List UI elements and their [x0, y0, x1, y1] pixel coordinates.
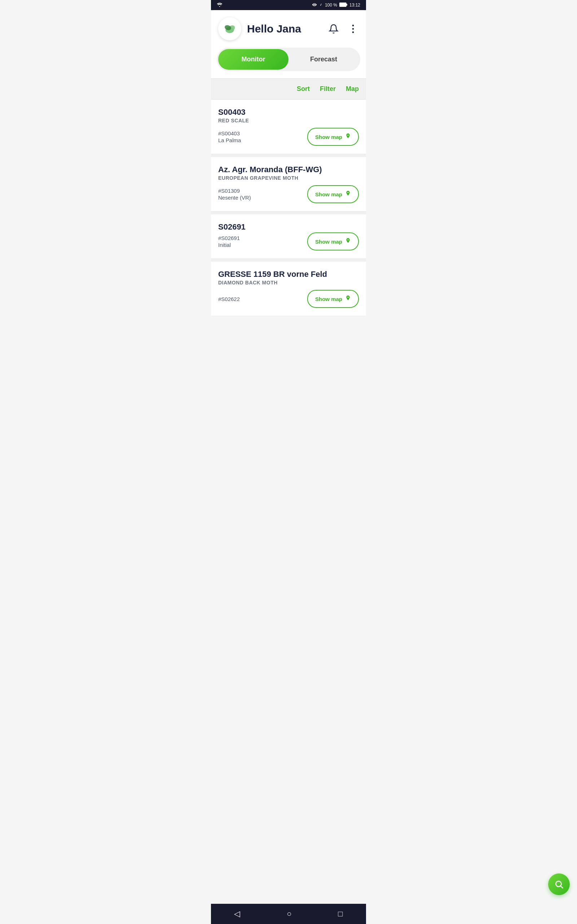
item-meta: #S01309 Nesente (VR): [218, 188, 251, 201]
list-item: GRESSE 1159 BR vorne Feld DIAMOND BACK M…: [211, 262, 366, 316]
item-location: Nesente (VR): [218, 195, 251, 201]
item-id: #S01309: [218, 188, 251, 194]
svg-rect-2: [346, 3, 347, 5]
app-logo: [218, 17, 241, 40]
item-name: Az. Agr. Moranda (BFF-WG): [218, 165, 359, 174]
item-location: La Palma: [218, 137, 241, 143]
map-pin-icon: [345, 133, 351, 141]
back-icon: ◁: [234, 909, 240, 919]
map-pin-icon: [345, 295, 351, 303]
show-map-button[interactable]: Show map: [307, 290, 359, 308]
recent-nav-button[interactable]: □: [329, 908, 351, 920]
item-footer: #S01309 Nesente (VR) Show map: [218, 185, 359, 203]
header: Hello Jana: [211, 10, 366, 48]
status-bar: 100 % 13:12: [211, 0, 366, 10]
map-pin-icon: [345, 190, 351, 198]
home-icon: ○: [287, 909, 292, 919]
item-type: RED SCALE: [218, 118, 359, 123]
item-meta: #S02691 Initial: [218, 235, 240, 248]
svg-point-7: [352, 28, 354, 30]
item-footer: #S02622 Show map: [218, 290, 359, 308]
sort-button[interactable]: Sort: [297, 84, 310, 94]
more-menu-button[interactable]: [347, 23, 359, 36]
item-footer: #S00403 La Palma Show map: [218, 128, 359, 146]
svg-point-6: [352, 24, 354, 26]
status-right: 100 % 13:12: [312, 2, 360, 8]
item-name: GRESSE 1159 BR vorne Feld: [218, 270, 359, 279]
show-map-label: Show map: [315, 134, 342, 140]
status-left: [217, 3, 222, 8]
item-id: #S00403: [218, 130, 241, 136]
item-name: S00403: [218, 108, 359, 117]
item-footer: #S02691 Initial Show map: [218, 233, 359, 250]
item-location: Initial: [218, 242, 240, 248]
battery-icon: [339, 3, 347, 8]
show-map-button[interactable]: Show map: [307, 233, 359, 250]
back-nav-button[interactable]: ◁: [226, 908, 249, 920]
map-pin-icon: [345, 237, 351, 246]
item-name: S02691: [218, 222, 359, 232]
show-map-button[interactable]: Show map: [307, 128, 359, 146]
list-item: Az. Agr. Moranda (BFF-WG) EUROPEAN GRAPE…: [211, 157, 366, 212]
svg-point-0: [219, 6, 220, 7]
item-separator: [211, 212, 366, 215]
notification-button[interactable]: [327, 23, 340, 36]
time: 13:12: [350, 3, 360, 8]
tab-container: Monitor Forecast: [211, 48, 366, 78]
item-meta: #S02622: [218, 296, 240, 302]
item-type: EUROPEAN GRAPEVINE MOTH: [218, 175, 359, 181]
map-button[interactable]: Map: [346, 84, 359, 94]
eye-icon: [312, 3, 317, 8]
filter-bar: Sort Filter Map: [211, 78, 366, 100]
bluetooth-icon: [319, 2, 323, 8]
tab-bar: Monitor Forecast: [217, 48, 360, 71]
recent-icon: □: [338, 909, 343, 919]
show-map-button[interactable]: Show map: [307, 185, 359, 203]
item-separator: [211, 259, 366, 262]
svg-point-8: [352, 31, 354, 33]
tab-monitor[interactable]: Monitor: [218, 49, 288, 69]
bottom-nav: ◁ ○ □: [211, 904, 366, 924]
header-actions: [327, 23, 359, 36]
list-item: S02691 #S02691 Initial Show map: [211, 215, 366, 259]
filter-button[interactable]: Filter: [320, 84, 336, 94]
show-map-label: Show map: [315, 296, 342, 302]
battery-text: 100 %: [325, 3, 337, 8]
item-id: #S02622: [218, 296, 240, 302]
greeting-text: Hello Jana: [247, 23, 321, 35]
item-id: #S02691: [218, 235, 240, 241]
home-nav-button[interactable]: ○: [278, 908, 300, 920]
show-map-label: Show map: [315, 191, 342, 197]
svg-rect-1: [339, 3, 346, 6]
item-type: DIAMOND BACK MOTH: [218, 280, 359, 286]
tab-forecast[interactable]: Forecast: [288, 49, 359, 69]
item-separator: [211, 154, 366, 157]
wifi-icon: [217, 3, 222, 8]
item-meta: #S00403 La Palma: [218, 130, 241, 143]
show-map-label: Show map: [315, 239, 342, 245]
list-item: S00403 RED SCALE #S00403 La Palma Show m…: [211, 100, 366, 154]
list-container: S00403 RED SCALE #S00403 La Palma Show m…: [211, 100, 366, 316]
